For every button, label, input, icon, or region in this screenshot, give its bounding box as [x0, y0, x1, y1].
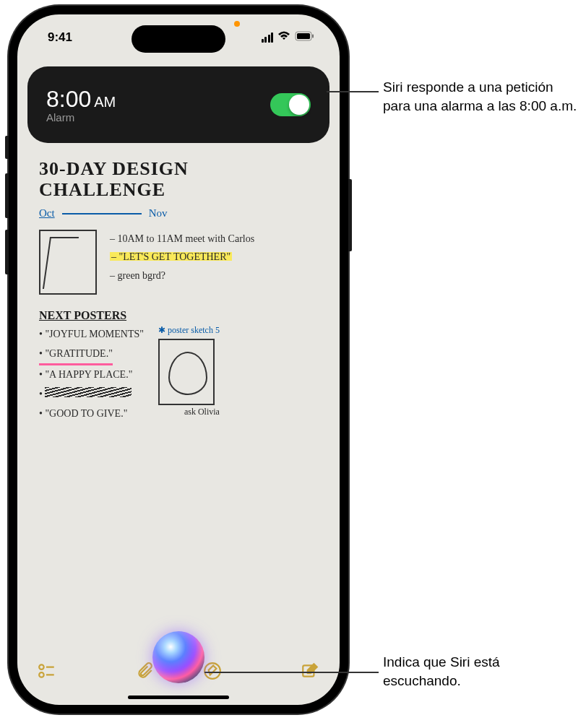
siri-orb[interactable] — [152, 631, 204, 683]
svg-rect-2 — [312, 35, 314, 38]
poster-item-2: • "GRATITUDE." — [39, 344, 113, 366]
home-indicator[interactable] — [128, 696, 229, 699]
poster-sketch-label: ✱ poster sketch 5 — [158, 325, 220, 336]
alarm-toggle[interactable] — [270, 93, 311, 116]
callout-line-1 — [327, 91, 379, 92]
dynamic-island[interactable] — [132, 25, 225, 53]
phone-frame: 9:41 8:00 AM Alarm — [9, 6, 348, 714]
meeting-line-2: – "LET'S GET TOGETHER" — [110, 251, 232, 262]
battery-icon — [295, 30, 315, 45]
callout-2: Indica que Siri está escuchando. — [383, 653, 571, 690]
timeline-line — [62, 213, 142, 214]
note-title-line1: 30-DAY DESIGN — [39, 159, 318, 180]
cellular-signal-icon — [262, 32, 274, 43]
wifi-icon — [277, 30, 290, 45]
ask-olivia-note: ask Olivia — [158, 407, 220, 417]
svg-point-3 — [39, 664, 44, 670]
camera-indicator-dot — [234, 21, 240, 27]
sketch-box-1 — [39, 230, 97, 295]
alarm-ampm: AM — [94, 94, 116, 110]
callout-line-2 — [204, 672, 379, 673]
section-header: NEXT POSTERS — [39, 309, 318, 322]
poster-item-5: • "GOOD TO GIVE." — [39, 404, 144, 424]
phone-power-button — [348, 179, 352, 251]
phone-physical-buttons-left — [5, 136, 9, 286]
callout-1: Siri responde a una petición para una al… — [383, 78, 582, 115]
timeline-end: Nov — [149, 207, 168, 220]
svg-rect-1 — [297, 33, 310, 39]
alarm-time: 8:00 — [46, 86, 91, 113]
poster-item-3: • "A HAPPY PLACE." — [39, 365, 144, 385]
alarm-label: Alarm — [46, 111, 116, 124]
compose-icon[interactable] — [301, 662, 319, 680]
scribbled-item — [45, 387, 132, 397]
poster-item-1: • "JOYFUL MOMENTS" — [39, 325, 144, 344]
note-canvas[interactable]: 30-DAY DESIGN CHALLENGE Oct Nov – 10AM t… — [39, 159, 318, 423]
markup-icon[interactable] — [203, 662, 222, 680]
checklist-icon[interactable] — [38, 662, 56, 680]
meeting-line-3: – green bgrd? — [110, 266, 254, 285]
screen: 9:41 8:00 AM Alarm — [17, 14, 340, 705]
svg-point-5 — [39, 672, 44, 677]
attachment-icon[interactable] — [135, 662, 154, 680]
status-time: 9:41 — [48, 30, 72, 45]
timeline-start: Oct — [39, 207, 55, 220]
poster-sketch-box — [158, 339, 215, 405]
meeting-line-1: – 10AM to 11AM meet with Carlos — [110, 230, 254, 248]
note-title-line2: CHALLENGE — [39, 180, 318, 201]
siri-alarm-response-card[interactable]: 8:00 AM Alarm — [27, 66, 329, 143]
